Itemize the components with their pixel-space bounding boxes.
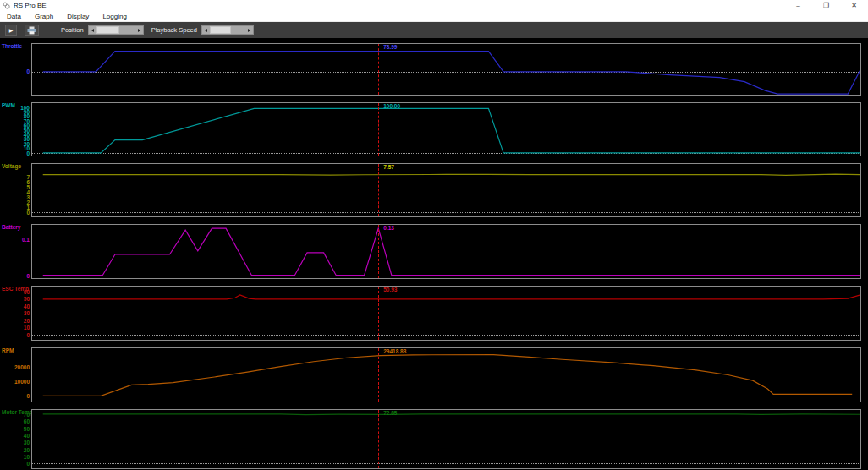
print-button[interactable] [25, 25, 39, 36]
y-tick-label: 0 [26, 150, 30, 156]
print-icon [27, 26, 36, 35]
position-scrollbar-thumb[interactable] [96, 26, 119, 34]
plot-area-voltage[interactable]: 7.57 [31, 163, 861, 217]
plot-area-throttle[interactable]: 78.99 [31, 43, 861, 96]
minimize-button[interactable]: – [784, 0, 812, 11]
playback-cursor[interactable] [378, 348, 379, 402]
panel-title-pwm: PWM [2, 103, 15, 109]
position-scroll-left-arrow[interactable] [89, 26, 96, 34]
y-axis-voltage: Voltage76543210 [0, 163, 31, 217]
series-line-battery [43, 228, 860, 276]
window-controls: – ❐ ✕ [784, 0, 868, 11]
cursor-value-pwm: 100.00 [383, 104, 400, 110]
y-tick-label: 50 [24, 297, 30, 303]
chart-panel-motor-temp: Motor Temp70605040302010072.85 [0, 409, 861, 469]
left-arrow-icon [205, 29, 207, 32]
plot-area-pwm[interactable]: 100.00 [31, 102, 861, 156]
playback-cursor[interactable] [378, 44, 379, 95]
position-label: Position [61, 26, 84, 34]
playback-speed-label: Playback Speed [151, 26, 197, 34]
series-line-throttle [43, 52, 860, 94]
y-tick-label: 20 [24, 447, 30, 453]
series-line-motor-temp [43, 414, 860, 415]
y-axis-throttle: Throttle0 [0, 43, 31, 96]
y-tick-label: 10 [24, 325, 30, 331]
y-tick-label: 10000 [14, 380, 30, 385]
y-axis-esc-temp: ESC Temp6050403020100 [0, 286, 31, 341]
y-axis-motor-temp: Motor Temp706050403020100 [0, 409, 31, 469]
menu-item-graph[interactable]: Graph [28, 11, 60, 21]
y-tick-label: 0 [26, 333, 30, 339]
playback-cursor[interactable] [378, 287, 379, 340]
window-title: RS Pro BE [14, 2, 47, 9]
panel-title-voltage: Voltage [2, 164, 21, 170]
y-tick-label: 50 [24, 426, 30, 432]
plot-area-battery[interactable]: 0.13 [31, 224, 861, 279]
y-tick-label: 0.1 [22, 238, 30, 243]
y-tick-label: 70 [24, 413, 30, 418]
chart-panel-voltage: Voltage765432107.57 [0, 163, 861, 217]
position-scroll-right-arrow[interactable] [135, 26, 143, 34]
menu-item-data[interactable]: Data [0, 11, 28, 21]
left-arrow-icon [91, 29, 94, 32]
charts-area: Throttle078.99PWM10090807060504030201001… [0, 38, 868, 470]
panel-title-battery: Battery [2, 225, 20, 231]
playback-cursor[interactable] [378, 410, 379, 468]
y-tick-label: 20000 [14, 365, 30, 371]
play-button[interactable]: ▶ [5, 25, 17, 36]
close-button[interactable]: ✕ [840, 0, 868, 11]
menu-item-display[interactable]: Display [60, 11, 96, 21]
y-tick-label: 0 [26, 69, 30, 75]
y-tick-label: 40 [24, 304, 30, 310]
y-tick-label: 0 [26, 394, 30, 400]
app-icon [3, 2, 10, 9]
playback-speed-scrollbar[interactable] [201, 25, 254, 35]
y-tick-label: 40 [24, 434, 30, 440]
menu-item-logging[interactable]: Logging [96, 11, 133, 21]
title-bar: RS Pro BE – ❐ ✕ [0, 0, 868, 11]
playback-cursor[interactable] [378, 225, 379, 278]
series-line-rpm [43, 355, 852, 396]
toolbar: ▶ Position Playback Speed [0, 22, 868, 38]
menu-bar: Data Graph Display Logging [0, 11, 868, 22]
y-tick-label: 0 [26, 462, 30, 467]
y-tick-label: 30 [24, 440, 30, 446]
maximize-button[interactable]: ❐ [812, 0, 840, 11]
cursor-value-motor-temp: 72.85 [383, 411, 397, 417]
right-arrow-icon [138, 29, 140, 32]
y-tick-label: 20 [24, 319, 30, 325]
cursor-value-rpm: 29418.83 [383, 349, 406, 355]
speed-scroll-right-arrow[interactable] [245, 26, 253, 34]
y-tick-label: 10 [24, 455, 30, 461]
right-arrow-icon [248, 29, 250, 32]
playback-cursor[interactable] [378, 164, 379, 216]
y-axis-battery: Battery0.10 [0, 224, 31, 279]
chart-panel-esc-temp: ESC Temp605040302010050.93 [0, 286, 861, 341]
y-tick-label: 60 [24, 419, 30, 425]
panel-title-throttle: Throttle [2, 44, 22, 50]
y-axis-pwm: PWM1009080706050403020100 [0, 102, 31, 156]
plot-area-esc-temp[interactable]: 50.93 [31, 286, 861, 341]
y-tick-label: 0 [26, 273, 30, 279]
panel-title-rpm: RPM [2, 348, 14, 354]
y-tick-label: 30 [24, 311, 30, 317]
y-tick-label: 0 [26, 210, 30, 216]
speed-scroll-left-arrow[interactable] [202, 26, 210, 34]
series-line-esc-temp [43, 295, 860, 299]
position-scrollbar[interactable] [88, 25, 144, 35]
plot-area-rpm[interactable]: 29418.83 [31, 347, 861, 402]
chart-panel-rpm: RPM2000010000029418.83 [0, 347, 861, 402]
y-tick-label: 60 [24, 289, 30, 295]
chart-panel-pwm: PWM1009080706050403020100100.00 [0, 102, 861, 156]
plot-area-motor-temp[interactable]: 72.85 [31, 409, 861, 469]
cursor-value-voltage: 7.57 [383, 165, 394, 171]
chart-panel-battery: Battery0.100.13 [0, 224, 861, 279]
play-icon: ▶ [9, 27, 14, 33]
series-line-voltage [43, 174, 860, 175]
playback-cursor[interactable] [378, 103, 379, 156]
series-line-pwm [43, 108, 860, 153]
playback-speed-scrollbar-thumb[interactable] [210, 26, 231, 34]
cursor-value-battery: 0.13 [383, 226, 394, 232]
chart-panel-throttle: Throttle078.99 [0, 43, 861, 96]
cursor-value-throttle: 78.99 [383, 45, 397, 51]
